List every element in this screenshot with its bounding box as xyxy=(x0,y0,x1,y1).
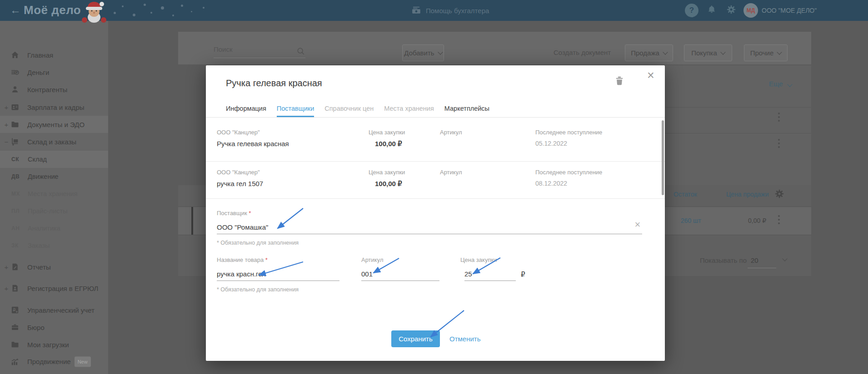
last-receipt-label: Последнее поступление xyxy=(535,169,602,176)
dialog-tabbar: Информация Поставщики Справочник цен Мес… xyxy=(206,102,665,118)
sku-field-label: Артикул xyxy=(361,256,383,263)
required-hint: * Обязательно для заполнения xyxy=(217,240,299,246)
close-icon[interactable]: × xyxy=(643,68,658,84)
required-asterisk: * xyxy=(265,256,268,263)
last-receipt-date: 05.12.2022 xyxy=(535,140,567,147)
supplier-field-label: Поставщик * xyxy=(217,210,251,217)
tab-storage-places[interactable]: Места хранения xyxy=(384,102,434,116)
last-receipt-date: 08.12.2022 xyxy=(535,180,567,187)
sku-label: Артикул xyxy=(440,129,462,136)
app-canvas: ← Моё дело Помощь бухгалтер xyxy=(0,0,868,374)
supplier-org: ООО "Канцлер" xyxy=(217,169,260,176)
clear-field-icon[interactable]: × xyxy=(632,220,643,231)
tab-price-reference[interactable]: Справочник цен xyxy=(324,102,374,116)
product-dialog: Ручка гелевая красная × Информация Поста… xyxy=(206,65,665,361)
tab-information[interactable]: Информация xyxy=(226,102,266,116)
tab-suppliers[interactable]: Поставщики xyxy=(277,102,314,117)
sku-label: Артикул xyxy=(440,169,462,176)
currency-symbol: ₽ xyxy=(521,271,525,279)
product-name-field[interactable] xyxy=(217,270,339,281)
required-hint: * Обязательно для заполнения xyxy=(217,286,299,293)
purchase-price-label: Цена закупки xyxy=(369,169,405,176)
tab-marketplaces[interactable]: Маркетплейсы xyxy=(444,102,489,116)
dialog-title: Ручка гелевая красная xyxy=(226,78,322,89)
list-scrollbar[interactable] xyxy=(662,120,664,195)
delete-button[interactable] xyxy=(614,75,625,86)
purchase-price-value: 100,00 ₽ xyxy=(375,140,402,148)
save-button[interactable]: Сохранить xyxy=(391,330,440,347)
last-receipt-label: Последнее поступление xyxy=(535,129,602,136)
list-divider xyxy=(206,198,665,199)
supplier-org: ООО "Канцлер" xyxy=(217,129,260,136)
purchase-price-field[interactable] xyxy=(464,270,516,281)
purchase-price-field-label: Цена закупки xyxy=(460,256,497,263)
supplier-product: ручка гел 1507 xyxy=(217,180,263,187)
supplier-list-item[interactable]: ООО "Канцлер" Ручка гелевая красная Цена… xyxy=(206,121,665,161)
product-name-field-label: Название товара * xyxy=(217,256,268,263)
supplier-field[interactable] xyxy=(217,223,642,234)
cancel-button[interactable]: Отменить xyxy=(449,335,481,344)
purchase-price-value: 100,00 ₽ xyxy=(375,180,402,188)
supplier-list-item[interactable]: ООО "Канцлер" ручка гел 1507 Цена закупк… xyxy=(206,162,665,198)
sku-field[interactable] xyxy=(361,270,439,281)
supplier-product: Ручка гелевая красная xyxy=(217,140,289,148)
purchase-price-label: Цена закупки xyxy=(369,129,405,136)
required-asterisk: * xyxy=(249,210,251,217)
